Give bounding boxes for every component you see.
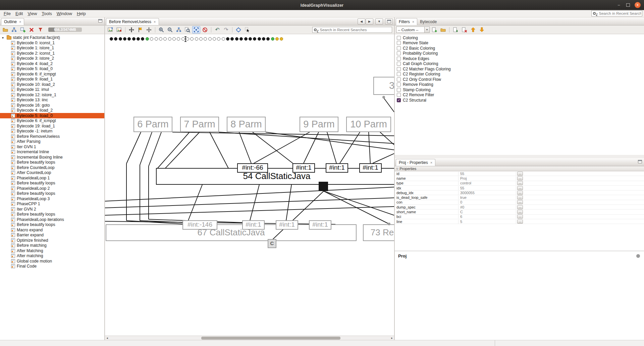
outline-item[interactable]: Bytecode 4: iload_2 bbox=[0, 61, 104, 66]
timeline-dot[interactable] bbox=[172, 37, 176, 41]
timeline-dot[interactable] bbox=[168, 37, 171, 41]
outline-item[interactable]: Global code motion bbox=[0, 258, 104, 264]
graph-node[interactable]: #int:-146 bbox=[182, 220, 217, 230]
outline-item[interactable]: Bytecode 10: iload_2 bbox=[0, 82, 104, 87]
property-value[interactable]: 55 bbox=[459, 186, 516, 190]
property-row[interactable]: type control ... bbox=[395, 181, 644, 186]
property-row[interactable]: bci 6 ... bbox=[395, 215, 644, 219]
outline-item[interactable]: After CountedLoop bbox=[0, 170, 104, 176]
extract-nodes-icon[interactable] bbox=[234, 26, 243, 34]
timeline-dot[interactable] bbox=[132, 37, 136, 41]
menu-item[interactable]: Edit bbox=[13, 10, 25, 17]
timeline-dot[interactable] bbox=[137, 37, 140, 41]
property-row[interactable]: line 5 ... bbox=[395, 219, 644, 224]
filter-checkbox[interactable] bbox=[397, 67, 401, 71]
property-value[interactable]: 5 bbox=[459, 220, 516, 224]
outline-item[interactable]: Bytecode -1: ireturn bbox=[0, 129, 104, 134]
outline-item[interactable]: Incremental Boxing Inline bbox=[0, 155, 104, 160]
property-more-button[interactable]: ... bbox=[517, 186, 523, 190]
filter-item[interactable]: Remove Floating bbox=[395, 82, 644, 88]
import-graph-icon[interactable] bbox=[19, 26, 27, 34]
timeline-dot[interactable] bbox=[150, 37, 153, 41]
filter-graphs-icon[interactable] bbox=[36, 26, 44, 34]
timeline-dot[interactable] bbox=[114, 37, 117, 41]
minimize-button[interactable]: – bbox=[616, 3, 622, 7]
graph-node[interactable]: #int:1 bbox=[242, 220, 265, 230]
filter-item[interactable]: C2 Register Coloring bbox=[395, 72, 644, 77]
graph-node[interactable]: #int:1 bbox=[292, 163, 315, 173]
move-filter-down-icon[interactable] bbox=[478, 26, 486, 34]
tab-outline[interactable]: Outline × bbox=[1, 18, 24, 25]
filter-checkbox[interactable] bbox=[397, 62, 401, 66]
graph-node[interactable]: 7 Parm bbox=[180, 117, 219, 132]
prev-graph-icon[interactable]: ◀ bbox=[358, 18, 365, 24]
tab-close-icon[interactable]: × bbox=[412, 20, 414, 23]
tab-close-icon[interactable]: × bbox=[19, 20, 21, 23]
timeline-dot[interactable] bbox=[190, 37, 194, 41]
outline-item[interactable]: Bytecode 5: iload_0 bbox=[0, 113, 104, 118]
outline-item[interactable]: PhaseIdealLoop 2 bbox=[0, 186, 104, 191]
outline-item[interactable]: Iter GVN 1 bbox=[0, 144, 104, 150]
property-more-button[interactable]: ... bbox=[517, 191, 523, 195]
property-value[interactable]: true bbox=[459, 195, 516, 199]
property-value[interactable]: 3000055 bbox=[459, 191, 516, 195]
outline-item[interactable]: Bytecode 12: istore_1 bbox=[0, 92, 104, 98]
timeline-dot[interactable] bbox=[280, 37, 283, 41]
selection-marker-icon[interactable] bbox=[136, 26, 144, 34]
filter-item[interactable]: C2 Matcher Flags Coloring bbox=[395, 66, 644, 72]
outline-item[interactable]: Bytecode 5: iload_0 bbox=[0, 66, 104, 72]
move-nodes-icon[interactable] bbox=[145, 26, 153, 34]
outline-item[interactable]: Bytecode 0: iconst_1 bbox=[0, 40, 104, 46]
filter-item[interactable]: C2 Basic Coloring bbox=[395, 46, 644, 51]
property-value[interactable]: 0 bbox=[459, 200, 516, 204]
outline-item[interactable]: PhaseIdealLoop iterations bbox=[0, 217, 104, 222]
next-graph-icon[interactable]: ▶ bbox=[366, 18, 373, 24]
timeline-dot[interactable] bbox=[163, 37, 167, 41]
menu-item[interactable]: Tools bbox=[39, 10, 54, 17]
timeline-dot[interactable] bbox=[199, 37, 203, 41]
timeline-dot[interactable] bbox=[230, 37, 234, 41]
timeline-dot[interactable] bbox=[249, 37, 252, 41]
outline-item[interactable]: PhaseIdealLoop 1 bbox=[0, 175, 104, 181]
property-row[interactable]: is_dead_loop_safe true ... bbox=[395, 195, 644, 200]
combo-arrow-icon[interactable]: ▼ bbox=[424, 27, 429, 33]
property-value[interactable]: control bbox=[459, 181, 516, 185]
timeline-dot[interactable] bbox=[235, 37, 238, 41]
property-row[interactable]: id 55 ... bbox=[395, 171, 644, 176]
filter-checkbox[interactable] bbox=[397, 77, 401, 81]
menu-item[interactable]: View bbox=[25, 10, 39, 17]
graph-canvas[interactable]: 36 Parm7 Parm8 Parm9 Parm10 Parm54 CallS… bbox=[105, 34, 394, 336]
property-more-button[interactable]: ... bbox=[517, 181, 523, 185]
timeline-dot[interactable] bbox=[239, 37, 243, 41]
graph-node[interactable]: 9 Parm bbox=[300, 117, 338, 132]
graph-node[interactable]: 73 Re bbox=[363, 224, 394, 241]
filter-checkbox[interactable] bbox=[397, 72, 401, 76]
property-row[interactable]: con 0 ... bbox=[395, 200, 644, 205]
tab-graph[interactable]: Before RemoveUseless × bbox=[106, 18, 159, 25]
timeline-dot[interactable] bbox=[271, 37, 274, 41]
outline-item[interactable]: Bytecode 19: iload_1 bbox=[0, 123, 104, 129]
outline-item[interactable]: After Matching bbox=[0, 248, 104, 253]
outline-item[interactable]: Incremental Inline bbox=[0, 150, 104, 155]
outline-item[interactable]: Before matching bbox=[0, 243, 104, 248]
redo-icon[interactable]: ↷ bbox=[222, 26, 230, 34]
maximize-button[interactable] bbox=[626, 3, 630, 7]
phase-timeline[interactable] bbox=[105, 36, 394, 44]
outline-item[interactable]: Macro expand bbox=[0, 227, 104, 233]
close-button[interactable]: x bbox=[635, 2, 641, 8]
outline-item[interactable]: Bytecode 6: if_icmpgt bbox=[0, 118, 104, 124]
outline-root[interactable]: ▾ static jint Factorial.fac(jint) bbox=[0, 35, 104, 40]
timeline-dot[interactable] bbox=[127, 37, 131, 41]
menu-item[interactable]: Window bbox=[54, 10, 74, 17]
property-more-button[interactable]: ... bbox=[517, 195, 523, 199]
timeline-dot[interactable] bbox=[275, 37, 279, 41]
maximize-view-icon[interactable] bbox=[385, 18, 393, 24]
property-more-button[interactable]: ... bbox=[517, 210, 523, 214]
outline-item[interactable]: Before RemoveUseless bbox=[0, 134, 104, 139]
property-more-button[interactable]: ... bbox=[517, 220, 523, 224]
scroll-right-icon[interactable]: ▸ bbox=[390, 336, 394, 340]
tab-filters[interactable]: Filters × bbox=[396, 18, 417, 25]
zoom-in-icon[interactable] bbox=[157, 26, 165, 34]
graph-node[interactable]: #int:1 bbox=[326, 163, 348, 173]
timeline-dot[interactable] bbox=[208, 37, 212, 41]
